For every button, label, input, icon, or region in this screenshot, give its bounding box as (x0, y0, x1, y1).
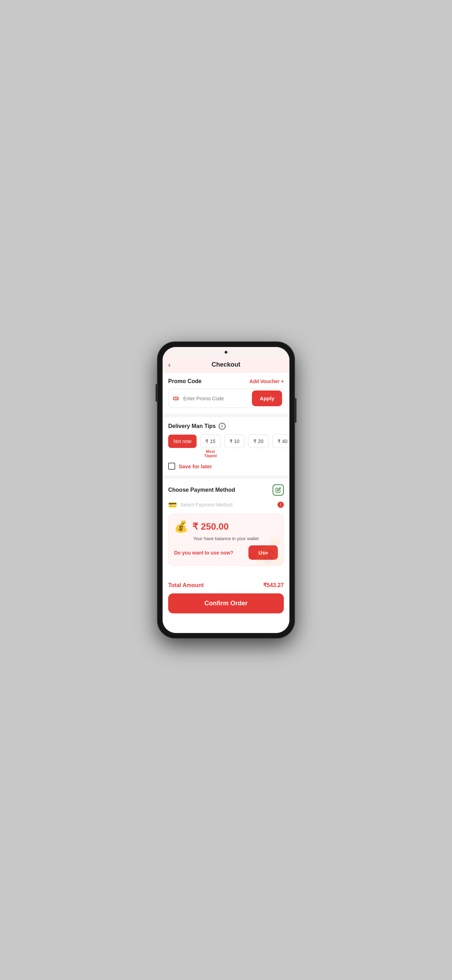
tip-not-now-button[interactable]: Not now (168, 434, 197, 448)
main-content: Promo Code Add Voucher + 🎟 Apply Deliver… (162, 372, 290, 633)
promo-input-row: 🎟 Apply (168, 389, 284, 408)
card-icon: 💳 (168, 501, 177, 509)
confirm-order-button[interactable]: Confirm Order (168, 593, 284, 613)
save-later-row: Save for later (168, 463, 284, 470)
tip-option-not-now: Not now (168, 434, 197, 448)
checkout-header: ‹ Checkout (162, 358, 290, 372)
wallet-card: 💰 💰 ₹ 250.00 Your have balance in your w… (168, 514, 284, 566)
select-payment-placeholder: Select Payment Method (180, 502, 274, 508)
section-divider-2 (162, 475, 290, 479)
add-voucher-button[interactable]: Add Voucher + (250, 379, 284, 384)
promo-header: Promo Code Add Voucher + (168, 378, 284, 385)
tip-option-40: ₹ 40 (272, 434, 290, 448)
info-icon[interactable]: i (219, 423, 226, 430)
payment-section: Choose Payment Method 💳 Select Payment M… (162, 479, 290, 577)
promo-code-input[interactable] (183, 391, 250, 406)
tip-15-button[interactable]: ₹ 15 (200, 434, 220, 448)
wallet-top: 💰 ₹ 250.00 (174, 520, 278, 533)
wallet-icon: 💰 (174, 520, 188, 533)
volume-button (156, 384, 157, 402)
phone-notch (162, 347, 290, 358)
tip-option-15: ₹ 15 Most Tipped (200, 434, 220, 458)
most-tipped-label: Most Tipped (200, 449, 220, 458)
total-label: Total Amount (168, 582, 204, 589)
tips-section: Delivery Man Tips i Not now ₹ 15 Most Ti… (162, 417, 290, 475)
wallet-ghost-icon: 💰 (252, 536, 284, 566)
save-later-label: Save for later (179, 463, 212, 469)
save-later-checkbox[interactable] (168, 463, 175, 470)
page-title: Checkout (212, 361, 240, 368)
promo-title: Promo Code (168, 378, 202, 385)
payment-title: Choose Payment Method (168, 487, 235, 493)
phone-screen: ‹ Checkout Promo Code Add Voucher + 🎟 Ap… (162, 347, 290, 633)
apply-button[interactable]: Apply (252, 390, 282, 406)
payment-edit-button[interactable] (272, 484, 284, 496)
phone-frame: ‹ Checkout Promo Code Add Voucher + 🎟 Ap… (158, 342, 294, 638)
promo-ticket-icon: 🎟 (169, 395, 183, 402)
section-divider-1 (162, 414, 290, 417)
total-amount: ₹543.27 (263, 582, 284, 589)
tips-title: Delivery Man Tips i (168, 423, 284, 430)
tip-40-button[interactable]: ₹ 40 (272, 434, 290, 448)
camera-dot (224, 351, 228, 354)
tip-option-20: ₹ 20 (248, 434, 268, 448)
promo-section: Promo Code Add Voucher + 🎟 Apply (162, 372, 290, 414)
tip-option-10: ₹ 10 (224, 434, 245, 448)
power-button (295, 398, 296, 423)
payment-error-indicator: ! (277, 501, 284, 508)
tip-20-button[interactable]: ₹ 20 (248, 434, 268, 448)
total-row: Total Amount ₹543.27 (162, 577, 290, 593)
wallet-amount: ₹ 250.00 (193, 521, 229, 532)
wallet-question: Do you want to use now? (174, 550, 233, 555)
payment-select-row: 💳 Select Payment Method ! (168, 501, 284, 509)
tip-10-button[interactable]: ₹ 10 (224, 434, 245, 448)
payment-header: Choose Payment Method (168, 484, 284, 496)
tips-options-row: Not now ₹ 15 Most Tipped ₹ 10 ₹ 20 (168, 434, 284, 458)
back-button[interactable]: ‹ (168, 361, 170, 368)
